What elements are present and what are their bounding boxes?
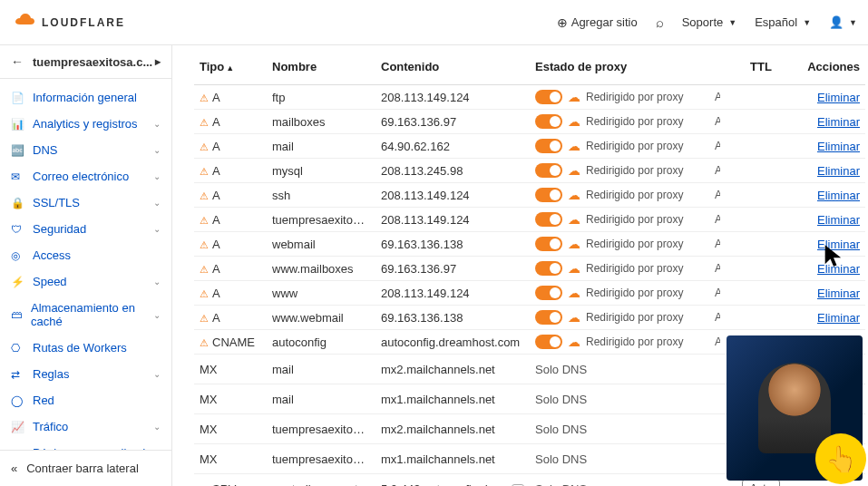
cell-proxy: ☁Redirigido por proxyAutomático bbox=[530, 208, 720, 232]
warning-icon: ⚠ bbox=[200, 264, 209, 275]
sidebar-item-11[interactable]: ◯Red bbox=[0, 387, 171, 413]
support-dropdown[interactable]: Soporte ▼ bbox=[682, 15, 736, 29]
cell-name: www bbox=[267, 281, 375, 306]
delete-link[interactable]: Eliminar bbox=[817, 189, 860, 202]
cloud-icon: ☁ bbox=[568, 188, 580, 202]
nav-icon: 🔤 bbox=[11, 144, 24, 157]
table-row[interactable]: ⚠Amysql208.113.245.98☁Redirigido por pro… bbox=[194, 159, 865, 183]
col-header-proxy[interactable]: Estado de proxy bbox=[530, 49, 720, 85]
table-row[interactable]: ⚠Aftp208.113.149.124☁Redirigido por prox… bbox=[194, 85, 865, 110]
table-row[interactable]: ⚠Awww208.113.149.124☁Redirigido por prox… bbox=[194, 281, 865, 306]
chevron-down-icon: ⌄ bbox=[153, 145, 161, 155]
table-row[interactable]: ⚠Amail64.90.62.162☁Redirigido por proxyA… bbox=[194, 134, 865, 159]
cell-ttl bbox=[720, 134, 802, 159]
chevron-down-icon: ⌄ bbox=[153, 369, 161, 379]
ttl-auto-text: Automático bbox=[715, 335, 720, 348]
cell-content: 69.163.136.97 bbox=[375, 110, 530, 134]
cell-actions: Eliminar bbox=[802, 257, 865, 281]
table-row[interactable]: ⚠Awww.webmail69.163.136.138☁Redirigido p… bbox=[194, 306, 865, 330]
warning-icon: ⚠ bbox=[200, 288, 209, 299]
proxy-toggle[interactable] bbox=[535, 286, 562, 300]
delete-link[interactable]: Eliminar bbox=[817, 238, 860, 251]
delete-link[interactable]: Eliminar bbox=[817, 115, 860, 129]
sidebar-item-10[interactable]: ⇄Reglas⌄ bbox=[0, 361, 171, 387]
cell-type: MX bbox=[194, 355, 267, 384]
delete-link[interactable]: Eliminar bbox=[817, 311, 860, 325]
sidebar-item-3[interactable]: ✉Correo electrónico⌄ bbox=[0, 163, 171, 190]
dns-only-text: Solo DNS bbox=[535, 452, 587, 466]
table-row[interactable]: ⚠Awww.mailboxes69.163.136.97☁Redirigido … bbox=[194, 257, 865, 281]
cell-name: www.webmail bbox=[267, 306, 375, 330]
proxy-status-text: Redirigido por proxy bbox=[586, 287, 683, 299]
table-row[interactable]: ⚠Assh208.113.149.124☁Redirigido por prox… bbox=[194, 183, 865, 208]
delete-link[interactable]: Eliminar bbox=[817, 287, 860, 300]
sidebar-item-6[interactable]: ◎Access bbox=[0, 242, 171, 268]
ttl-auto-text: Automático bbox=[715, 115, 720, 128]
proxy-toggle[interactable] bbox=[535, 335, 562, 349]
cell-content: 208.113.245.98 bbox=[375, 159, 530, 183]
add-site-button[interactable]: ⊕ Agregar sitio bbox=[557, 15, 638, 30]
video-thumbnail[interactable]: 👆 bbox=[727, 335, 863, 481]
language-dropdown[interactable]: Español ▼ bbox=[755, 15, 811, 29]
proxy-toggle[interactable] bbox=[535, 237, 562, 251]
delete-link[interactable]: Eliminar bbox=[817, 164, 860, 178]
proxy-toggle[interactable] bbox=[535, 139, 562, 153]
cell-name: tuempresaexitosa.c... bbox=[267, 208, 375, 232]
delete-link[interactable]: Eliminar bbox=[817, 262, 860, 276]
cell-content: mx1.mailchannels.net bbox=[375, 384, 530, 414]
proxy-status-text: Redirigido por proxy bbox=[586, 115, 683, 128]
delete-link[interactable]: Eliminar bbox=[817, 140, 860, 153]
proxy-toggle[interactable] bbox=[535, 261, 562, 276]
sidebar-item-12[interactable]: 📈Tráfico⌄ bbox=[0, 413, 171, 440]
brand-logo[interactable]: LOUDFLARE bbox=[11, 13, 125, 32]
sidebar-item-5[interactable]: 🛡Seguridad⌄ bbox=[0, 216, 171, 242]
sidebar-item-1[interactable]: 📊Analytics y registros⌄ bbox=[0, 111, 171, 137]
cell-ttl bbox=[720, 208, 802, 232]
account-dropdown[interactable]: 👤 ▼ bbox=[829, 15, 857, 29]
cell-name: tuempresaexitosa.c... bbox=[267, 414, 375, 444]
nav-label: Access bbox=[33, 248, 71, 262]
cell-proxy: Solo DNS bbox=[530, 444, 720, 474]
chevron-down-icon: ⌄ bbox=[153, 422, 161, 432]
sidebar-item-4[interactable]: 🔒SSL/TLS⌄ bbox=[0, 190, 171, 216]
proxy-toggle[interactable] bbox=[535, 163, 562, 178]
nav-label: Información general bbox=[33, 91, 137, 104]
cell-name: _autodiscover._tcp bbox=[267, 474, 375, 487]
proxy-status-text: Redirigido por proxy bbox=[586, 189, 683, 201]
delete-link[interactable]: Eliminar bbox=[817, 91, 860, 104]
sidebar-item-7[interactable]: ⚡Speed⌄ bbox=[0, 268, 171, 295]
proxy-toggle[interactable] bbox=[535, 114, 562, 129]
table-row[interactable]: ⚠Awebmail69.163.136.138☁Redirigido por p… bbox=[194, 232, 865, 257]
sidebar-item-0[interactable]: 📄Información general bbox=[0, 84, 171, 111]
proxy-toggle[interactable] bbox=[535, 188, 562, 202]
sidebar-item-9[interactable]: ⎔Rutas de Workers bbox=[0, 335, 171, 361]
sort-asc-icon: ▲ bbox=[226, 63, 234, 73]
search-button[interactable]: ⌕ bbox=[656, 15, 664, 30]
dns-only-text: Solo DNS bbox=[535, 423, 587, 436]
col-header-content[interactable]: Contenido bbox=[375, 49, 530, 85]
cell-type: ⚠A bbox=[194, 232, 267, 257]
cell-content: autoconfig.dreamhost.com bbox=[375, 330, 530, 355]
cloud-icon: ☁ bbox=[568, 90, 580, 104]
warning-icon: ⚠ bbox=[200, 92, 209, 103]
delete-link[interactable]: Eliminar bbox=[817, 213, 860, 227]
cell-name: autoconfig bbox=[267, 330, 375, 355]
proxy-toggle[interactable] bbox=[535, 90, 562, 104]
col-header-ttl[interactable]: TTL bbox=[720, 49, 802, 85]
table-row[interactable]: ⚠Atuempresaexitosa.c...208.113.149.124☁R… bbox=[194, 208, 865, 232]
collapse-sidebar-button[interactable]: « Contraer barra lateral bbox=[0, 450, 171, 486]
cell-type: ⚠SRV bbox=[194, 474, 267, 487]
site-selector[interactable]: ← tuempresaexitosa.c... ▸ bbox=[0, 45, 171, 79]
cell-actions: Eliminar bbox=[802, 281, 865, 306]
nav-label: Red bbox=[33, 394, 54, 407]
col-header-type[interactable]: Tipo▲ bbox=[194, 49, 267, 85]
proxy-toggle[interactable] bbox=[535, 310, 562, 325]
sidebar-item-8[interactable]: 🗃Almacenamiento en caché⌄ bbox=[0, 295, 171, 335]
cell-proxy: ☁Redirigido por proxyAutomático bbox=[530, 330, 720, 355]
col-header-name[interactable]: Nombre bbox=[267, 49, 375, 85]
ttl-auto-text: Automático bbox=[715, 262, 720, 275]
sidebar-item-2[interactable]: 🔤DNS⌄ bbox=[0, 137, 171, 163]
proxy-toggle[interactable] bbox=[535, 212, 562, 227]
table-row[interactable]: ⚠Amailboxes69.163.136.97☁Redirigido por … bbox=[194, 110, 865, 134]
cloud-icon: ☁ bbox=[568, 335, 580, 349]
